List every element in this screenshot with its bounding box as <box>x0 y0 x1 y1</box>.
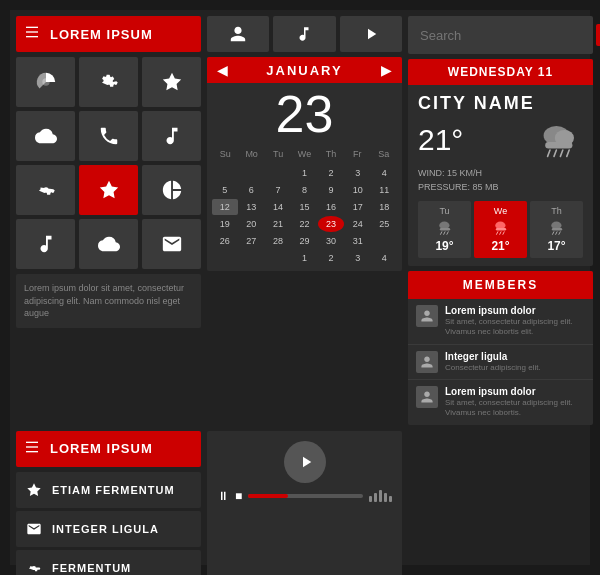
forecast-temp: 17° <box>533 239 580 253</box>
left-description: Lorem ipsum dolor sit amet, consectetur … <box>16 274 201 328</box>
calendar-day[interactable]: 7 <box>265 182 291 198</box>
calendar-day[interactable]: 30 <box>318 233 344 249</box>
calendar-day[interactable]: 17 <box>345 199 371 215</box>
pause-button[interactable]: ⏸ <box>217 489 229 503</box>
forecast-day[interactable]: Th 17° <box>530 201 583 258</box>
search-input[interactable] <box>420 28 588 43</box>
icon-cell-mail[interactable] <box>142 219 201 269</box>
calendar-day[interactable]: 21 <box>265 216 291 232</box>
progress-bar[interactable] <box>248 494 363 498</box>
calendar-day[interactable]: 4 <box>371 165 397 181</box>
calendar-day[interactable]: 26 <box>212 233 238 249</box>
icon-cell-music[interactable] <box>142 111 201 161</box>
forecast-day[interactable]: We 21° <box>474 201 527 258</box>
day-fr: Fr <box>344 147 370 161</box>
menu-item-gear[interactable]: FERMENTUM <box>16 550 201 575</box>
calendar-day[interactable]: 6 <box>239 182 265 198</box>
forecast: Tu 19° We 21° Th <box>418 201 583 258</box>
calendar-day[interactable]: 19 <box>212 216 238 232</box>
svg-line-24 <box>555 232 556 235</box>
calendar-day[interactable]: 31 <box>345 233 371 249</box>
icon-cell-star[interactable] <box>142 57 201 107</box>
calendar-day[interactable]: 14 <box>265 199 291 215</box>
icon-cell-pie[interactable] <box>16 57 75 107</box>
menu-list: ETIAM FERMENTUM INTEGER LIGULA FERMENTUM <box>16 472 201 575</box>
calendar-day[interactable]: 2 <box>318 165 344 181</box>
calendar-day[interactable]: 8 <box>292 182 318 198</box>
calendar-day[interactable]: 10 <box>345 182 371 198</box>
icon-cell-music2[interactable] <box>16 219 75 269</box>
calendar-header: ◀ JANUARY ▶ <box>207 57 402 83</box>
icon-cell-phone[interactable] <box>79 111 138 161</box>
cal-next-btn[interactable]: ▶ <box>381 62 392 78</box>
icon-cell-cloud2[interactable] <box>79 219 138 269</box>
calendar-day[interactable]: 24 <box>345 216 371 232</box>
play-button[interactable] <box>284 441 326 483</box>
icon-cell-star-red[interactable] <box>79 165 138 215</box>
calendar-day[interactable]: 13 <box>239 199 265 215</box>
calendar-day[interactable]: 3 <box>345 250 371 266</box>
calendar-day[interactable]: 25 <box>371 216 397 232</box>
calendar-day <box>371 233 397 249</box>
tab-user[interactable] <box>207 16 269 52</box>
members-header: MEMBERS <box>408 271 593 299</box>
calendar-day[interactable]: 23 <box>318 216 344 232</box>
cal-prev-btn[interactable]: ◀ <box>217 62 228 78</box>
calendar-day[interactable]: 4 <box>371 250 397 266</box>
calendar-day[interactable]: 1 <box>292 165 318 181</box>
day-tu: Tu <box>265 147 291 161</box>
svg-line-10 <box>567 150 569 156</box>
menu-item-label: INTEGER LIGULA <box>52 523 159 535</box>
calendar-day[interactable]: 27 <box>239 233 265 249</box>
calendar-day[interactable]: 16 <box>318 199 344 215</box>
svg-line-25 <box>558 232 559 235</box>
calendar-day[interactable]: 22 <box>292 216 318 232</box>
calendar-month: JANUARY <box>266 63 342 78</box>
svg-line-18 <box>496 232 497 235</box>
day-we: We <box>291 147 317 161</box>
left-bottom-panel: LOREM IPSUM ETIAM FERMENTUM INTEGER LIGU… <box>16 431 201 575</box>
svg-rect-26 <box>26 441 38 442</box>
forecast-day[interactable]: Tu 19° <box>418 201 471 258</box>
calendar-day[interactable]: 5 <box>212 182 238 198</box>
calendar-day <box>239 165 265 181</box>
menu-item-icon <box>26 560 42 575</box>
calendar-day[interactable]: 20 <box>239 216 265 232</box>
tab-music[interactable] <box>273 16 335 52</box>
member-item[interactable]: Integer ligula Consectetur adipiscing el… <box>408 345 593 380</box>
menu-item-icon <box>26 482 42 498</box>
calendar-day[interactable]: 18 <box>371 199 397 215</box>
icon-cell-gear[interactable] <box>79 57 138 107</box>
calendar-day[interactable]: 3 <box>345 165 371 181</box>
member-item[interactable]: Lorem ipsum dolor Sit amet, consectetur … <box>408 299 593 345</box>
volume-bars-icon <box>369 490 392 502</box>
calendar-day[interactable]: 11 <box>371 182 397 198</box>
menu-item-star[interactable]: ETIAM FERMENTUM <box>16 472 201 508</box>
stop-button[interactable]: ■ <box>235 489 242 503</box>
search-button[interactable] <box>596 24 600 46</box>
forecast-day-name: Tu <box>421 206 468 216</box>
forecast-day-name: Th <box>533 206 580 216</box>
calendar-day[interactable]: 2 <box>318 250 344 266</box>
calendar-day[interactable]: 29 <box>292 233 318 249</box>
wind-info: WIND: 15 KM/H <box>418 166 583 180</box>
calendar-day[interactable]: 15 <box>292 199 318 215</box>
icon-cell-gear2[interactable] <box>16 165 75 215</box>
icon-cell-pie2[interactable] <box>142 165 201 215</box>
pressure-info: PRESSURE: 85 MB <box>418 180 583 194</box>
menu-item-mail[interactable]: INTEGER LIGULA <box>16 511 201 547</box>
svg-rect-28 <box>26 451 38 452</box>
icon-cell-cloud[interactable] <box>16 111 75 161</box>
svg-rect-6 <box>545 142 572 148</box>
svg-rect-0 <box>26 27 38 28</box>
calendar-day <box>212 165 238 181</box>
calendar-day[interactable]: 1 <box>292 250 318 266</box>
weather-cloud-icon <box>533 118 583 162</box>
forecast-icon <box>533 219 580 239</box>
calendar-day <box>239 250 265 266</box>
calendar-day[interactable]: 28 <box>265 233 291 249</box>
tab-play[interactable] <box>340 16 402 52</box>
calendar-day[interactable]: 9 <box>318 182 344 198</box>
calendar-day[interactable]: 12 <box>212 199 238 215</box>
member-item[interactable]: Lorem ipsum dolor Sit amet, consectetur … <box>408 380 593 425</box>
